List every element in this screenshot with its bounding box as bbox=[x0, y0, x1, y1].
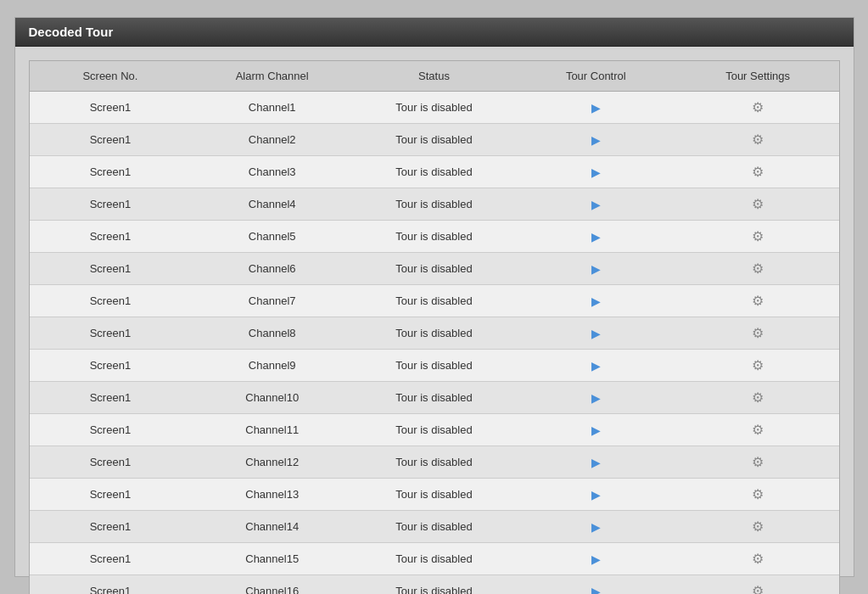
table-header: Screen No. Alarm Channel Status Tour Con… bbox=[30, 61, 839, 92]
cell-channel: Channel2 bbox=[191, 128, 353, 151]
cell-tour-settings[interactable]: ⚙ bbox=[677, 354, 839, 377]
cell-tour-settings[interactable]: ⚙ bbox=[677, 289, 839, 312]
cell-tour-settings[interactable]: ⚙ bbox=[677, 257, 839, 280]
gear-icon[interactable]: ⚙ bbox=[752, 196, 764, 212]
play-icon[interactable]: ▶ bbox=[591, 294, 601, 308]
cell-tour-settings[interactable]: ⚙ bbox=[677, 96, 839, 119]
gear-icon[interactable]: ⚙ bbox=[752, 325, 764, 341]
play-icon[interactable]: ▶ bbox=[591, 165, 601, 179]
cell-tour-control[interactable]: ▶ bbox=[515, 418, 677, 441]
cell-status: Tour is disabled bbox=[353, 289, 515, 312]
cell-channel: Channel6 bbox=[191, 257, 353, 280]
cell-status: Tour is disabled bbox=[353, 386, 515, 409]
cell-screen: Screen1 bbox=[30, 322, 192, 345]
cell-screen: Screen1 bbox=[30, 580, 192, 594]
play-icon[interactable]: ▶ bbox=[591, 101, 601, 115]
cell-screen: Screen1 bbox=[30, 386, 192, 409]
cell-channel: Channel15 bbox=[191, 547, 353, 570]
cell-tour-control[interactable]: ▶ bbox=[515, 547, 677, 570]
gear-icon[interactable]: ⚙ bbox=[752, 583, 764, 594]
play-icon[interactable]: ▶ bbox=[591, 327, 601, 340]
cell-tour-settings[interactable]: ⚙ bbox=[677, 483, 839, 506]
table-row: Screen1 Channel5 Tour is disabled ▶ ⚙ bbox=[30, 221, 839, 253]
play-icon[interactable]: ▶ bbox=[591, 456, 601, 469]
table-wrapper: Screen No. Alarm Channel Status Tour Con… bbox=[29, 60, 840, 594]
cell-tour-settings[interactable]: ⚙ bbox=[677, 160, 839, 183]
cell-tour-settings[interactable]: ⚙ bbox=[677, 386, 839, 409]
cell-tour-control[interactable]: ▶ bbox=[515, 451, 677, 474]
cell-channel: Channel8 bbox=[191, 322, 353, 345]
cell-status: Tour is disabled bbox=[353, 515, 515, 538]
cell-channel: Channel10 bbox=[191, 386, 353, 409]
gear-icon[interactable]: ⚙ bbox=[752, 518, 764, 535]
cell-channel: Channel9 bbox=[191, 354, 353, 377]
cell-screen: Screen1 bbox=[30, 483, 192, 506]
cell-tour-control[interactable]: ▶ bbox=[515, 354, 677, 377]
gear-icon[interactable]: ⚙ bbox=[752, 228, 764, 244]
play-icon[interactable]: ▶ bbox=[591, 391, 601, 405]
cell-tour-control[interactable]: ▶ bbox=[515, 96, 677, 119]
cell-channel: Channel3 bbox=[191, 160, 353, 183]
cell-tour-control[interactable]: ▶ bbox=[515, 483, 677, 506]
cell-status: Tour is disabled bbox=[353, 322, 515, 345]
cell-status: Tour is disabled bbox=[353, 483, 515, 506]
gear-icon[interactable]: ⚙ bbox=[752, 164, 764, 180]
cell-channel: Channel11 bbox=[191, 418, 353, 441]
cell-tour-settings[interactable]: ⚙ bbox=[677, 547, 839, 570]
play-icon[interactable]: ▶ bbox=[591, 262, 601, 276]
gear-icon[interactable]: ⚙ bbox=[752, 389, 764, 406]
gear-icon[interactable]: ⚙ bbox=[752, 99, 764, 115]
cell-tour-settings[interactable]: ⚙ bbox=[677, 193, 839, 216]
cell-status: Tour is disabled bbox=[353, 96, 515, 119]
gear-icon[interactable]: ⚙ bbox=[752, 422, 764, 438]
play-icon[interactable]: ▶ bbox=[591, 133, 601, 147]
cell-tour-control[interactable]: ▶ bbox=[515, 257, 677, 280]
table-row: Screen1 Channel16 Tour is disabled ▶ ⚙ bbox=[30, 575, 839, 594]
gear-icon[interactable]: ⚙ bbox=[752, 454, 764, 470]
cell-status: Tour is disabled bbox=[353, 354, 515, 377]
play-icon[interactable]: ▶ bbox=[591, 585, 601, 595]
cell-tour-settings[interactable]: ⚙ bbox=[677, 580, 839, 594]
cell-screen: Screen1 bbox=[30, 225, 192, 248]
table-row: Screen1 Channel13 Tour is disabled ▶ ⚙ bbox=[30, 479, 839, 511]
play-icon[interactable]: ▶ bbox=[591, 423, 601, 437]
cell-tour-settings[interactable]: ⚙ bbox=[677, 451, 839, 474]
cell-tour-control[interactable]: ▶ bbox=[515, 322, 677, 345]
table-row: Screen1 Channel14 Tour is disabled ▶ ⚙ bbox=[30, 511, 839, 543]
cell-channel: Channel1 bbox=[191, 96, 353, 119]
play-icon[interactable]: ▶ bbox=[591, 230, 601, 244]
cell-tour-control[interactable]: ▶ bbox=[515, 386, 677, 409]
table-body: Screen1 Channel1 Tour is disabled ▶ ⚙ Sc… bbox=[30, 92, 839, 594]
gear-icon[interactable]: ⚙ bbox=[752, 293, 764, 309]
play-icon[interactable]: ▶ bbox=[591, 520, 601, 534]
cell-tour-settings[interactable]: ⚙ bbox=[677, 225, 839, 248]
cell-tour-control[interactable]: ▶ bbox=[515, 289, 677, 312]
gear-icon[interactable]: ⚙ bbox=[752, 551, 764, 567]
play-icon[interactable]: ▶ bbox=[591, 488, 601, 502]
cell-screen: Screen1 bbox=[30, 451, 192, 474]
cell-tour-settings[interactable]: ⚙ bbox=[677, 418, 839, 441]
cell-tour-control[interactable]: ▶ bbox=[515, 580, 677, 594]
cell-channel: Channel16 bbox=[191, 580, 353, 594]
gear-icon[interactable]: ⚙ bbox=[752, 486, 764, 502]
cell-tour-control[interactable]: ▶ bbox=[515, 225, 677, 248]
play-icon[interactable]: ▶ bbox=[591, 198, 601, 211]
cell-tour-control[interactable]: ▶ bbox=[515, 193, 677, 216]
gear-icon[interactable]: ⚙ bbox=[752, 261, 764, 277]
header-tour-control: Tour Control bbox=[515, 66, 677, 86]
play-icon[interactable]: ▶ bbox=[591, 359, 601, 373]
cell-screen: Screen1 bbox=[30, 193, 192, 216]
cell-tour-control[interactable]: ▶ bbox=[515, 128, 677, 151]
cell-channel: Channel13 bbox=[191, 483, 353, 506]
cell-tour-settings[interactable]: ⚙ bbox=[677, 128, 839, 151]
gear-icon[interactable]: ⚙ bbox=[752, 357, 764, 373]
gear-icon[interactable]: ⚙ bbox=[752, 132, 764, 148]
cell-tour-control[interactable]: ▶ bbox=[515, 160, 677, 183]
cell-tour-settings[interactable]: ⚙ bbox=[677, 322, 839, 345]
play-icon[interactable]: ▶ bbox=[591, 552, 601, 566]
cell-tour-control[interactable]: ▶ bbox=[515, 515, 677, 538]
cell-channel: Channel12 bbox=[191, 451, 353, 474]
cell-screen: Screen1 bbox=[30, 128, 192, 151]
cell-channel: Channel14 bbox=[191, 515, 353, 538]
cell-tour-settings[interactable]: ⚙ bbox=[677, 515, 839, 538]
